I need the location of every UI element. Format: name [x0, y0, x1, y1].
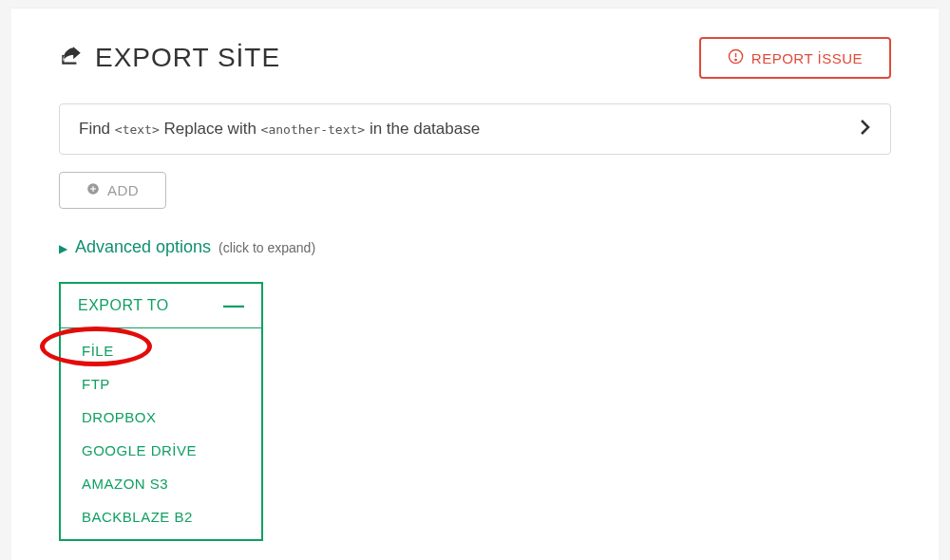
report-issue-button[interactable]: REPORT İSSUE — [699, 37, 891, 79]
export-to-header[interactable]: EXPORT TO — — [61, 284, 261, 328]
export-item-label: DROPBOX — [82, 409, 157, 425]
export-item-dropbox[interactable]: DROPBOX — [61, 401, 261, 434]
advanced-options-hint: (click to expand) — [218, 240, 315, 255]
export-item-file[interactable]: FİLE — [61, 334, 261, 367]
export-to-dropdown: EXPORT TO — FİLE FTP DROPBOX GOOGLE DRİV… — [59, 282, 263, 541]
export-item-amazon-s3[interactable]: AMAZON S3 — [61, 467, 261, 500]
export-item-label: FİLE — [82, 343, 114, 359]
advanced-options-toggle[interactable]: ▶ Advanced options (click to expand) — [59, 237, 891, 257]
page-title: EXPORT SİTE — [95, 43, 280, 73]
report-issue-label: REPORT İSSUE — [751, 50, 863, 66]
export-item-label: AMAZON S3 — [82, 476, 168, 492]
minus-icon: — — [223, 295, 244, 316]
export-item-backblaze-b2[interactable]: BACKBLAZE B2 — [61, 500, 261, 533]
export-to-label: EXPORT TO — [78, 297, 169, 314]
export-item-label: GOOGLE DRİVE — [82, 442, 197, 458]
export-icon — [59, 44, 84, 72]
caret-right-icon: ▶ — [59, 242, 67, 255]
export-to-list: FİLE FTP DROPBOX GOOGLE DRİVE AMAZON S3 … — [61, 328, 261, 539]
add-button-label: ADD — [107, 182, 139, 198]
svg-point-2 — [735, 59, 736, 60]
chevron-right-icon — [860, 120, 871, 139]
advanced-options-label: Advanced options — [75, 237, 211, 257]
title-group: EXPORT SİTE — [59, 43, 280, 73]
export-item-label: BACKBLAZE B2 — [82, 509, 193, 525]
page-header: EXPORT SİTE REPORT İSSUE — [59, 37, 891, 79]
warning-icon — [728, 48, 744, 67]
plus-circle-icon — [86, 182, 100, 198]
export-item-label: FTP — [82, 376, 110, 392]
add-button[interactable]: ADD — [59, 172, 166, 209]
svg-rect-5 — [90, 188, 96, 189]
find-replace-text: Find <text> Replace with <another-text> … — [79, 120, 480, 139]
find-replace-panel[interactable]: Find <text> Replace with <another-text> … — [59, 103, 891, 155]
export-item-ftp[interactable]: FTP — [61, 367, 261, 401]
export-item-google-drive[interactable]: GOOGLE DRİVE — [61, 434, 261, 467]
